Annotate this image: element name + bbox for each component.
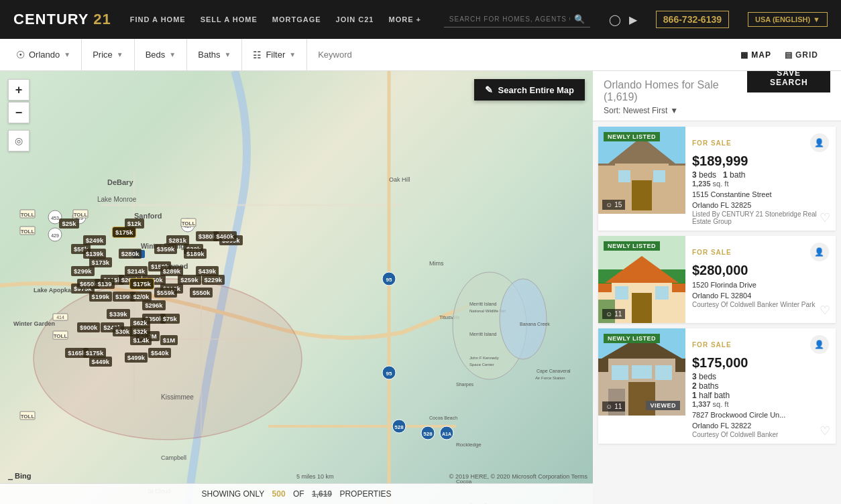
listing-image: NEWLY LISTED ☺ 11 VIEWED	[598, 328, 685, 416]
new-listing-badge: NEWLY LISTED	[604, 132, 660, 141]
price-marker[interactable]: $299k	[71, 266, 94, 276]
svg-text:414: 414	[56, 315, 64, 320]
listing-info: FOR SALE 👤 $189,999 3 beds 1 bath 1,235 …	[685, 127, 836, 231]
svg-rect-69	[618, 170, 630, 182]
filter-bar: ☉ Orlando ▼ Price ▼ Beds ▼ Baths ▼ ☷ Fil…	[0, 39, 841, 71]
svg-rect-84	[655, 365, 672, 380]
price-marker[interactable]: $559k	[154, 288, 177, 298]
photo-count: ☺ 11	[602, 401, 625, 412]
contact-button[interactable]: 👤	[810, 335, 829, 354]
svg-text:DeBary: DeBary	[107, 178, 133, 186]
view-toggle: ▦ MAP ▤ GRID	[728, 48, 830, 62]
price-marker[interactable]: $900k	[77, 322, 100, 332]
grid-view-btn[interactable]: ▤ GRID	[781, 48, 822, 62]
favorite-button[interactable]: ♡	[820, 303, 830, 318]
map-view-btn[interactable]: ▦ MAP	[736, 48, 775, 62]
keyword-input[interactable]	[307, 39, 728, 70]
contact-button[interactable]: 👤	[810, 133, 829, 152]
svg-text:528: 528	[423, 431, 433, 437]
svg-text:TOLL: TOLL	[182, 220, 196, 227]
svg-text:Rockledge: Rockledge	[456, 442, 482, 448]
svg-text:Winter Garden: Winter Garden	[13, 320, 55, 327]
price-marker[interactable]: $499k	[125, 353, 148, 363]
chevron-down-icon: ▼	[224, 51, 231, 58]
chevron-down-icon: ▼	[289, 51, 296, 58]
price-marker[interactable]: $12k	[125, 218, 144, 229]
nav-sell-home[interactable]: SELL A HOME	[201, 15, 258, 23]
sort-dropdown[interactable]: Sort: Newest First ▼	[604, 106, 747, 115]
svg-rect-76	[615, 286, 628, 300]
listing-city-state: Orlando FL 32825	[692, 201, 829, 209]
zoom-in-button[interactable]: +	[8, 79, 30, 101]
for-sale-badge: FOR SALE 👤	[692, 243, 829, 261]
price-marker[interactable]: $280k	[119, 249, 142, 259]
price-marker[interactable]: $229k	[202, 275, 225, 285]
price-marker[interactable]: $359k	[154, 244, 177, 254]
favorite-button[interactable]: ♡	[820, 210, 830, 225]
svg-text:TOLL: TOLL	[21, 212, 35, 218]
price-marker[interactable]: $1M	[160, 335, 178, 345]
svg-rect-70	[653, 170, 665, 182]
svg-text:Lake Apopka: Lake Apopka	[34, 287, 72, 294]
chevron-down-icon: ▼	[813, 15, 820, 23]
edit-icon: ✎	[485, 84, 493, 95]
svg-rect-75	[632, 293, 652, 323]
nav-search-bar[interactable]: 🔍	[444, 11, 590, 27]
price-marker[interactable]: $460k	[213, 231, 236, 241]
listing-card[interactable]: NEWLY LISTED ☺ 11 VIEWED FOR SALE 👤 $175…	[598, 328, 836, 444]
price-marker[interactable]: $296k	[142, 300, 165, 310]
nav-more[interactable]: MORE +	[389, 15, 421, 23]
baths-filter[interactable]: Baths ▼	[187, 39, 242, 70]
map-area[interactable]: 453 429 429 417 DeBary Lake Monroe Sanfo…	[0, 71, 593, 504]
listing-header: Orlando Homes for Sale (1,619) Sort: New…	[593, 71, 841, 121]
svg-rect-82	[628, 382, 655, 416]
price-marker[interactable]: $550k	[190, 288, 213, 298]
beds-filter[interactable]: Beds ▼	[135, 39, 188, 70]
price-marker[interactable]: $25k	[59, 218, 78, 229]
language-selector[interactable]: USA (ENGLISH) ▼	[748, 12, 828, 27]
price-marker[interactable]: $540k	[148, 348, 171, 358]
nav-mortgage[interactable]: MORTGAGE	[272, 15, 321, 23]
svg-text:Cape Canaveral: Cape Canaveral	[537, 369, 571, 374]
logo-century: CENTURY	[13, 11, 89, 27]
chat-icon[interactable]: ▶	[629, 13, 637, 26]
price-marker[interactable]: $30k	[113, 326, 132, 336]
listing-card[interactable]: NEWLY LISTED ☺ 15 FOR SALE 👤 $189,999 3 …	[598, 127, 836, 231]
chevron-down-icon: ▼	[169, 51, 176, 58]
price-filter[interactable]: Price ▼	[82, 39, 135, 70]
search-icon[interactable]: 🔍	[574, 14, 585, 24]
price-marker[interactable]: $199k	[89, 292, 112, 302]
price-marker[interactable]: $189k	[184, 249, 207, 259]
zoom-out-button[interactable]: −	[8, 102, 30, 123]
user-icon[interactable]: ◯	[609, 13, 621, 26]
listing-city-state: Orlando FL 32822	[692, 422, 829, 430]
svg-rect-77	[655, 286, 669, 300]
brand-logo[interactable]: CENTURY 21	[13, 11, 111, 28]
save-search-button[interactable]: SAVE SEARCH	[747, 71, 830, 92]
price-marker[interactable]: $175k	[113, 227, 135, 237]
map-controls: + − ◎	[8, 79, 30, 151]
price-marker[interactable]: $1.4k	[130, 335, 152, 345]
listing-panel: Orlando Homes for Sale (1,619) Sort: New…	[593, 71, 841, 504]
price-marker[interactable]: $175k	[130, 279, 153, 289]
price-marker[interactable]: $339k	[107, 309, 129, 319]
svg-text:Campbell: Campbell	[161, 454, 186, 461]
filter-settings[interactable]: ☷ Filter ▼	[242, 39, 307, 70]
search-entire-map-button[interactable]: ✎ Search Entire Map	[474, 79, 585, 101]
listing-card[interactable]: NEWLY LISTED ☺ 11 FOR SALE 👤 $280,000 15…	[598, 236, 836, 323]
contact-button[interactable]: 👤	[810, 243, 829, 261]
price-marker[interactable]: $139	[95, 279, 114, 289]
listing-image: NEWLY LISTED ☺ 15	[598, 127, 685, 214]
svg-text:Banana Creek: Banana Creek	[520, 322, 550, 326]
price-marker[interactable]: $449k	[89, 357, 112, 367]
nav-join-c21[interactable]: JOIN C21	[336, 15, 374, 23]
nav-search-input[interactable]	[449, 15, 570, 23]
location-button[interactable]: ◎	[8, 130, 30, 151]
listing-address: 7827 Brockwood Circle Un...	[692, 411, 829, 419]
price-marker[interactable]: $75k	[160, 314, 180, 324]
listing-address: 1515 Constantine Street	[692, 190, 829, 198]
nav-find-home[interactable]: FIND A HOME	[130, 15, 186, 23]
favorite-button[interactable]: ♡	[820, 424, 830, 438]
location-filter[interactable]: ☉ Orlando ▼	[11, 39, 82, 70]
map-copyright: © 2019 HERE, © 2020 Microsoft Corporatio…	[449, 473, 587, 480]
